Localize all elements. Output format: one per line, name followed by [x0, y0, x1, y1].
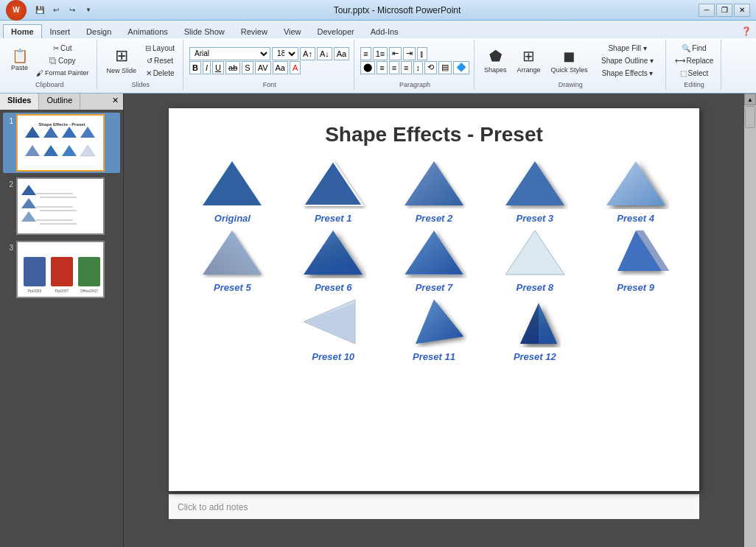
svg-marker-31 [606, 161, 665, 205]
paste-button[interactable]: 📋 Paste [7, 41, 32, 80]
decrease-indent-button[interactable]: ⇤ [389, 47, 402, 60]
tab-design[interactable]: Design [78, 24, 119, 38]
shape-preset5: Preset 5 [183, 227, 281, 293]
shape-outline-button[interactable]: Shape Outline ▾ [595, 54, 661, 66]
slide-thumb-img-1: Shape Effects - Preset [16, 114, 105, 172]
slide-thumbnail-2[interactable]: 2 [3, 176, 120, 236]
reset-button[interactable]: ↺ Reset [141, 54, 178, 66]
increase-font-button[interactable]: A↑ [300, 47, 315, 60]
delete-button[interactable]: ✕ Delete [141, 67, 178, 79]
numbering-button[interactable]: 1≡ [373, 47, 388, 60]
scroll-thumb[interactable] [745, 106, 755, 128]
tab-review[interactable]: Review [233, 24, 276, 38]
columns-button[interactable]: ⫿ [417, 47, 427, 60]
slide-thumbnail-3[interactable]: 3 Ppt2003 Ppt2007 Office2007 [3, 239, 120, 300]
shape-preset7-svg [401, 227, 467, 278]
shape-preset10-svg [300, 296, 366, 347]
tab-view[interactable]: View [276, 24, 309, 38]
tab-slides[interactable]: Slides [0, 93, 39, 110]
shapes-button[interactable]: ⬟ Shapes [480, 41, 511, 80]
decrease-font-button[interactable]: A↓ [317, 47, 332, 60]
align-left-button[interactable]: ⬤ [360, 61, 375, 74]
svg-text:Shape Effects - Preset: Shape Effects - Preset [38, 122, 85, 127]
clear-format-button[interactable]: Aa [334, 47, 349, 60]
ribbon-group-paragraph: ≡ 1≡ ⇤ ⇥ ⫿ ⬤ ≡ ≡ ≡ ↕ ⟲ ▤ 🔷 [356, 40, 475, 90]
text-direction-button[interactable]: ⟲ [424, 61, 437, 74]
scroll-track[interactable] [744, 105, 756, 547]
shadow-button[interactable]: S [242, 61, 253, 74]
align-text-button[interactable]: ▤ [438, 61, 452, 74]
font-name-select[interactable]: Arial [189, 47, 270, 60]
shape-preset6: Preset 6 [284, 227, 382, 293]
align-right-button[interactable]: ≡ [389, 61, 399, 74]
quick-styles-button[interactable]: ◼ Quick Styles [547, 41, 592, 80]
tab-animations[interactable]: Animations [119, 24, 175, 38]
font-size-select[interactable]: 18 [272, 47, 298, 60]
replace-button[interactable]: ⟷ Replace [672, 54, 717, 66]
restore-button[interactable]: ❐ [716, 4, 732, 17]
convert-smartart-button[interactable]: 🔷 [453, 61, 469, 74]
right-scrollbar[interactable]: ▲ ▼ [744, 93, 756, 547]
char-spacing-button[interactable]: AV [255, 61, 271, 74]
customize-button[interactable]: ▼ [81, 3, 96, 18]
copy-button[interactable]: ⿻ Copy [33, 54, 92, 66]
bold-button[interactable]: B [189, 61, 201, 74]
slides-list: 1 Shape Effects - Preset [0, 110, 123, 547]
shape-preset9-svg [603, 227, 669, 278]
minimize-button[interactable]: ─ [699, 4, 715, 17]
svg-marker-28 [304, 161, 363, 205]
cut-button[interactable]: ✂ Cut [33, 42, 92, 54]
italic-button[interactable]: I [203, 61, 211, 74]
svg-rect-22 [51, 257, 73, 286]
tab-outline[interactable]: Outline [39, 93, 80, 110]
tab-home[interactable]: Home [3, 24, 42, 38]
title-bar: W 💾 ↩ ↪ ▼ Tour.pptx - Microsoft PowerPoi… [0, 0, 756, 21]
change-case-button[interactable]: Aa [273, 61, 288, 74]
svg-marker-29 [405, 161, 463, 205]
find-button[interactable]: 🔍 Find [672, 42, 717, 54]
slide-thumb-img-2 [16, 177, 105, 235]
tab-insert[interactable]: Insert [42, 24, 79, 38]
align-center-button[interactable]: ≡ [377, 61, 387, 74]
shape-effects-button[interactable]: Shape Effects ▾ [595, 67, 661, 79]
paragraph-content: ≡ 1≡ ⇤ ⇥ ⫿ ⬤ ≡ ≡ ≡ ↕ ⟲ ▤ 🔷 [360, 41, 469, 80]
tab-slideshow[interactable]: Slide Show [176, 24, 233, 38]
arrange-button[interactable]: ⊞ Arrange [514, 41, 545, 80]
select-button[interactable]: ⬚ Select [672, 67, 717, 79]
panel-tabs: Slides Outline ✕ [0, 93, 123, 110]
ribbon-tabs: Home Insert Design Animations Slide Show… [0, 21, 756, 38]
shape-preset11: Preset 11 [385, 296, 483, 362]
scroll-up-button[interactable]: ▲ [744, 93, 756, 105]
underline-button[interactable]: U [212, 61, 224, 74]
tab-developer[interactable]: Developer [309, 24, 363, 38]
slide-thumbnail-1[interactable]: 1 Shape Effects - Preset [3, 113, 120, 173]
shape-label-preset5: Preset 5 [214, 282, 251, 293]
help-button[interactable]: ❓ [737, 24, 756, 38]
office-button[interactable]: W [6, 0, 27, 21]
shape-fill-button[interactable]: Shape Fill ▾ [595, 42, 661, 54]
slide-thumb-img-3: Ppt2003 Ppt2007 Office2007 [16, 241, 105, 298]
svg-marker-44 [416, 300, 463, 344]
undo-button[interactable]: ↩ [49, 3, 63, 18]
close-button[interactable]: ✕ [734, 4, 750, 17]
panel-close-button[interactable]: ✕ [108, 93, 123, 110]
redo-button[interactable]: ↪ [65, 3, 80, 18]
justify-button[interactable]: ≡ [401, 61, 411, 74]
tab-addins[interactable]: Add-Ins [363, 24, 407, 38]
font-color-button[interactable]: A [290, 61, 301, 74]
ribbon-group-font: Arial 18 A↑ A↓ Aa B I U ab S [185, 40, 354, 90]
svg-marker-30 [505, 161, 564, 205]
increase-indent-button[interactable]: ⇥ [403, 47, 416, 60]
new-slide-button[interactable]: ⊞ New Slide [103, 41, 141, 80]
line-spacing-button[interactable]: ↕ [413, 61, 424, 74]
layout-button[interactable]: ⊟ Layout [141, 42, 178, 54]
arrange-icon: ⊞ [522, 47, 535, 65]
strikethrough-button[interactable]: ab [225, 61, 240, 74]
notes-area[interactable]: Click to add notes [169, 494, 699, 519]
editing-content: 🔍 Find ⟷ Replace ⬚ Select [672, 41, 717, 80]
save-button[interactable]: 💾 [32, 3, 47, 18]
format-painter-button[interactable]: 🖌 Format Painter [33, 67, 92, 79]
bullets-button[interactable]: ≡ [360, 47, 371, 60]
paste-icon: 📋 [12, 49, 28, 63]
slide-num-1: 1 [4, 117, 13, 125]
